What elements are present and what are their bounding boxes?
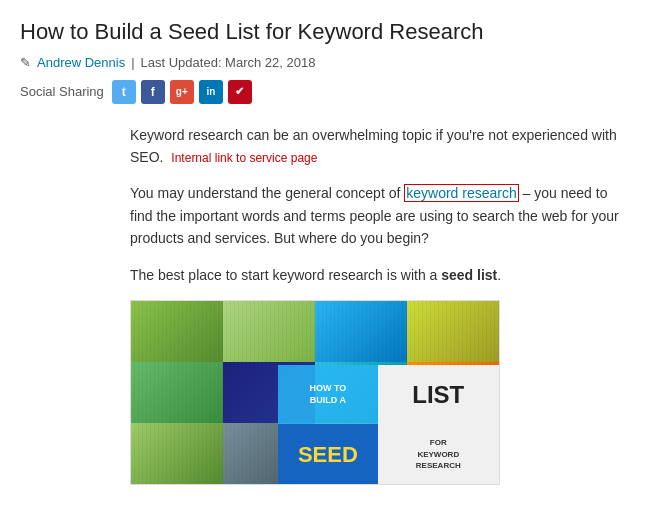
image-text-overlay: HOW TOBUILD A LIST SEED FORKEYWORDRESEAR… [278, 365, 499, 484]
seed-list-bold: seed list [441, 267, 497, 283]
seed-cell-9 [131, 423, 223, 484]
paragraph-2: You may understand the general concept o… [130, 182, 630, 249]
author-separator: | [131, 55, 134, 70]
seed-big-cell: SEED [278, 424, 377, 483]
edit-icon: ✎ [20, 55, 31, 70]
how-to-cell: HOW TOBUILD A [278, 365, 377, 424]
for-keyword-text: FORKEYWORDRESEARCH [416, 437, 461, 471]
article-title: How to Build a Seed List for Keyword Res… [20, 18, 630, 47]
keyword-research-link[interactable]: keyword research [404, 184, 519, 202]
page-wrapper: How to Build a Seed List for Keyword Res… [0, 0, 650, 505]
author-line: ✎ Andrew Dennis | Last Updated: March 22… [20, 55, 630, 70]
last-updated: Last Updated: March 22, 2018 [141, 55, 316, 70]
author-link[interactable]: Andrew Dennis [37, 55, 125, 70]
keyword-cell: FORKEYWORDRESEARCH [378, 424, 499, 483]
paragraph-3-part1: The best place to start keyword research… [130, 267, 441, 283]
twitter-share-button[interactable]: t [112, 80, 136, 104]
how-to-text: HOW TOBUILD A [309, 383, 346, 406]
pinterest-share-button[interactable]: ✔ [228, 80, 252, 104]
social-sharing-row: Social Sharing t f g+ in ✔ [20, 80, 630, 104]
social-sharing-label: Social Sharing [20, 84, 104, 99]
paragraph-2-part1: You may understand the general concept o… [130, 185, 404, 201]
content-area: Keyword research can be an overwhelming … [20, 124, 630, 485]
paragraph-1: Keyword research can be an overwhelming … [130, 124, 630, 169]
googleplus-share-button[interactable]: g+ [170, 80, 194, 104]
seed-cell-3 [315, 301, 407, 362]
seed-cell-4 [407, 301, 499, 362]
paragraph-3-part2: . [497, 267, 501, 283]
facebook-share-button[interactable]: f [141, 80, 165, 104]
list-cell: LIST [378, 365, 499, 424]
linkedin-share-button[interactable]: in [199, 80, 223, 104]
list-text: LIST [412, 376, 464, 414]
seed-cell-1 [131, 301, 223, 362]
seed-list-image: HOW TOBUILD A LIST SEED FORKEYWORDRESEAR… [130, 300, 500, 485]
seed-cell-2 [223, 301, 315, 362]
internal-link-annotation: Internal link to service page [171, 151, 317, 165]
paragraph-3: The best place to start keyword research… [130, 264, 630, 286]
seed-cell-5 [131, 362, 223, 423]
seed-text: SEED [298, 437, 358, 472]
